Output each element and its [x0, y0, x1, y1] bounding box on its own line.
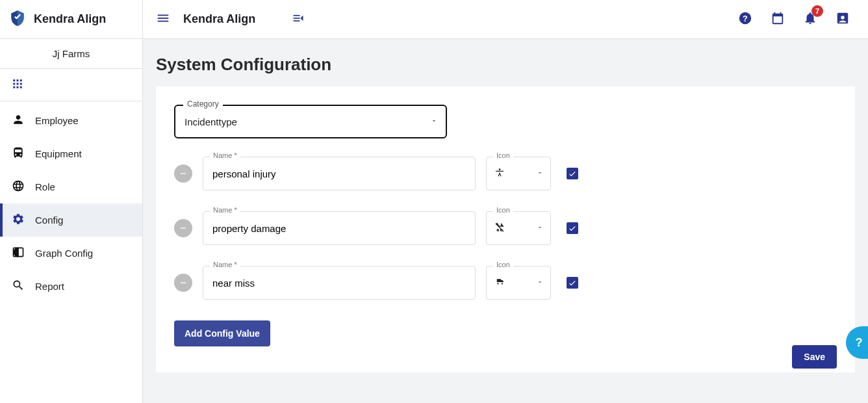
notifications-badge: 7 [811, 5, 823, 17]
sidebar-item-label: Graph Config [35, 248, 93, 259]
sidebar-item-config[interactable]: Config [0, 203, 142, 237]
svg-rect-6 [13, 86, 15, 88]
remove-button[interactable] [174, 164, 192, 183]
save-button[interactable]: Save [792, 345, 837, 369]
account-icon[interactable] [836, 11, 850, 27]
main: Kendra Align ? 7 [143, 0, 868, 403]
accessibility-icon [494, 168, 505, 180]
svg-rect-0 [13, 79, 15, 81]
name-input[interactable] [211, 222, 467, 235]
sidebar-item-employee[interactable]: Employee [0, 104, 142, 137]
svg-rect-13 [294, 15, 300, 16]
menu-open-icon[interactable] [292, 12, 305, 27]
config-row: Name * Icon [174, 266, 837, 300]
svg-rect-22 [181, 282, 186, 283]
svg-rect-7 [17, 86, 19, 88]
config-row: Name * Icon [174, 157, 837, 190]
svg-rect-14 [294, 18, 300, 19]
svg-rect-21 [181, 228, 186, 228]
topbar-title: Kendra Align [183, 12, 255, 26]
svg-rect-10 [158, 15, 169, 16]
icon-select[interactable]: Icon [486, 157, 551, 190]
stroller-off-icon [494, 222, 505, 235]
sidebar-item-label: Role [35, 181, 55, 192]
org-name: Jj Farms [0, 39, 142, 69]
icon-label: Icon [493, 151, 513, 159]
sidebar-item-graph-config[interactable]: Graph Config [0, 237, 142, 270]
category-value: Incidenttype [185, 116, 237, 127]
svg-rect-8 [20, 86, 22, 88]
apps-icon [12, 81, 23, 92]
name-input-wrapper: Name * [203, 211, 476, 245]
svg-point-20 [499, 168, 501, 170]
brand-name: Kendra Align [34, 12, 106, 26]
row-checkbox[interactable] [567, 222, 578, 234]
help-icon[interactable]: ? [738, 11, 752, 27]
row-checkbox[interactable] [567, 277, 578, 289]
svg-rect-1 [17, 79, 19, 81]
name-label: Name * [210, 206, 240, 214]
sidebar-item-report[interactable]: Report [0, 270, 142, 303]
sidebar-item-equipment[interactable]: Equipment [0, 137, 142, 170]
globe-icon [12, 179, 25, 194]
svg-rect-11 [158, 18, 169, 19]
svg-rect-3 [13, 83, 15, 85]
chevron-down-icon [536, 168, 544, 179]
svg-rect-19 [181, 173, 186, 174]
contrast-icon [12, 246, 25, 261]
add-config-button[interactable]: Add Config Value [174, 320, 270, 346]
svg-text:?: ? [743, 14, 748, 23]
remove-button[interactable] [174, 274, 192, 292]
icon-label: Icon [493, 261, 513, 268]
chevron-down-icon [430, 116, 438, 127]
menu-icon[interactable] [156, 11, 170, 27]
svg-rect-2 [20, 79, 22, 81]
svg-rect-18 [776, 18, 779, 21]
settings-icon [12, 213, 25, 228]
notifications-icon[interactable]: 7 [803, 11, 817, 27]
sidebar: Kendra Align Jj Farms Employee Equipment… [0, 0, 143, 403]
shield-icon [9, 10, 26, 29]
search-icon [12, 279, 25, 294]
sidebar-item-label: Equipment [35, 148, 82, 159]
icon-select[interactable]: Icon [486, 211, 551, 245]
config-row: Name * Icon [174, 211, 837, 245]
name-label: Name * [210, 151, 240, 159]
sidebar-item-label: Report [35, 281, 64, 292]
category-select[interactable]: Category Incidenttype [174, 105, 447, 138]
name-input-wrapper: Name * [203, 266, 476, 300]
apps-launcher[interactable] [0, 69, 142, 101]
category-label: Category [183, 99, 223, 109]
page-title: System Configuration [156, 55, 855, 75]
name-input-wrapper: Name * [203, 157, 476, 190]
person-icon [12, 113, 25, 128]
shipping-icon [494, 278, 506, 289]
icon-select[interactable]: Icon [486, 266, 551, 300]
config-card: Category Incidenttype Name * [156, 86, 855, 372]
name-label: Name * [210, 261, 240, 268]
svg-rect-4 [17, 83, 19, 85]
name-input[interactable] [211, 168, 467, 180]
svg-rect-15 [294, 20, 300, 21]
icon-label: Icon [493, 206, 513, 214]
sidebar-item-role[interactable]: Role [0, 170, 142, 203]
row-checkbox[interactable] [567, 168, 578, 179]
svg-rect-12 [158, 21, 169, 22]
sidebar-item-label: Employee [35, 115, 79, 126]
calendar-icon[interactable] [771, 11, 785, 27]
svg-rect-5 [20, 83, 22, 85]
topbar: Kendra Align ? 7 [143, 0, 868, 39]
bus-icon [12, 146, 25, 161]
chevron-down-icon [536, 223, 544, 233]
chevron-down-icon [536, 278, 544, 288]
brand: Kendra Align [0, 0, 142, 39]
name-input[interactable] [211, 277, 467, 289]
sidebar-item-label: Config [35, 214, 63, 226]
remove-button[interactable] [174, 219, 192, 237]
